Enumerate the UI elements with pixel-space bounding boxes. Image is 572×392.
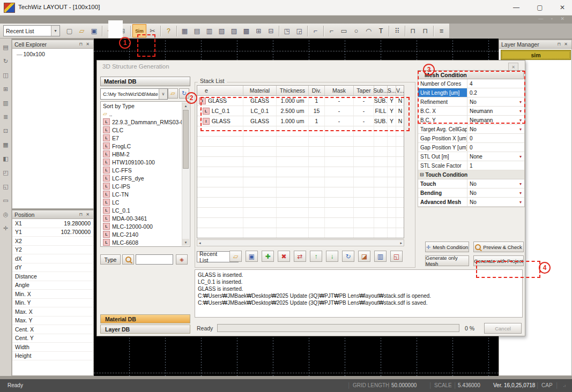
mesh-row-gap-position-x-um-[interactable]: Gap Position X [um]0 <box>418 134 524 143</box>
stack-col-header[interactable]: V... <box>396 86 404 95</box>
material-item[interactable]: L22.9.3_Dammann_RMS03-0... <box>101 118 190 126</box>
layers-icon[interactable]: ≣ <box>1 111 11 123</box>
port-in-icon[interactable]: ⊓ <box>407 25 419 37</box>
scroll-down-icon[interactable]: ▼ <box>182 239 189 246</box>
pin-icon[interactable]: ⊓ <box>555 42 562 47</box>
array-5-icon[interactable]: ▨ <box>228 25 240 37</box>
mdi-window-controls[interactable]: — ▫ ✕ <box>538 16 568 21</box>
mesh-value[interactable]: No <box>467 198 517 206</box>
material-item[interactable]: LFrogLC <box>101 142 190 150</box>
material-list-scrollbar[interactable]: ▲ ▼ <box>182 102 189 246</box>
delete-layer-icon[interactable]: ✖ <box>278 251 290 262</box>
mesh-value[interactable]: No <box>467 125 517 133</box>
rectangle-icon[interactable]: ▭ <box>338 25 350 37</box>
array-7-icon[interactable]: ⊞ <box>252 25 265 37</box>
array-2-icon[interactable]: ▤ <box>191 25 203 37</box>
text-icon[interactable]: T <box>375 25 387 37</box>
mesh-row-advanced-mesh[interactable]: Advanced MeshNo▾ <box>418 198 524 207</box>
mesh-row-stl-out-m-[interactable]: STL Out [m]None▾ <box>418 152 524 161</box>
move-up-icon[interactable]: ↑ <box>310 251 322 262</box>
material-path-combo[interactable]: C:\My TechWiz\DB\Mate ∨ <box>100 88 168 100</box>
material-item[interactable]: LLC-FFS <box>101 166 190 174</box>
material-item[interactable]: LLC-TN <box>101 190 190 198</box>
zoom-region-icon[interactable]: ◎ <box>1 209 11 220</box>
mesh-value[interactable]: No <box>467 179 517 188</box>
layer-sim-button[interactable]: sim <box>501 50 571 60</box>
array-3-icon[interactable]: ▥ <box>203 25 216 37</box>
dropdown-arrow-icon[interactable]: ▾ <box>517 189 524 197</box>
grid-icon[interactable]: ▦ <box>1 139 11 150</box>
material-sort-header[interactable]: Sort by Type <box>101 102 190 110</box>
type-filter-button[interactable]: Type <box>100 254 121 265</box>
dropdown-arrow-icon[interactable]: ▾ <box>517 152 524 161</box>
material-item[interactable]: LCLC <box>101 126 190 134</box>
dropdown-arrow-icon[interactable]: ▾ <box>517 179 524 188</box>
array-move-icon[interactable]: ◲ <box>293 25 306 37</box>
workspace-icon[interactable]: ▤ <box>1 42 11 53</box>
close-button[interactable]: ✕ <box>554 2 570 13</box>
arc-icon[interactable]: ◠ <box>362 25 375 37</box>
mesh-row-gap-position-y-um-[interactable]: Gap Position Y [um]0 <box>418 143 524 152</box>
material-item[interactable]: LMDA-00-3461 <box>101 214 190 222</box>
mesh-value[interactable]: None <box>467 152 517 161</box>
preview-check-button[interactable]: Preview & Check <box>473 242 524 252</box>
material-item[interactable]: LMLC-12000-000 <box>101 222 190 230</box>
mesh-value[interactable]: No <box>467 189 517 197</box>
material-item[interactable]: LHBM-2 <box>101 150 190 158</box>
mesh-row-target-avg-cellgap[interactable]: Target Avg. CellGapNo▾ <box>418 125 524 134</box>
stack-table-hscrollbar[interactable]: ◂ ▸ <box>197 239 404 246</box>
material-item[interactable]: LLC_0.1 <box>101 206 190 214</box>
mesh-value[interactable]: 0 <box>467 134 517 142</box>
stack-col-header[interactable]: Div. <box>309 86 325 95</box>
move-down-icon[interactable]: ↓ <box>326 251 338 262</box>
tab-material-db[interactable]: Material DB <box>100 314 190 323</box>
material-filter-input[interactable] <box>136 254 173 265</box>
reload-icon[interactable]: ↻ <box>342 251 354 262</box>
ungroup-icon[interactable]: ◱ <box>1 181 11 192</box>
save-stack-icon[interactable]: ▣ <box>246 251 258 262</box>
swap-layer-icon[interactable]: ⇄ <box>294 251 306 262</box>
dots-array-icon[interactable]: ⠿ <box>391 25 403 37</box>
minimize-button[interactable]: — <box>508 2 524 13</box>
group-icon[interactable]: ◰ <box>1 167 11 178</box>
material-item[interactable]: LE7 <box>101 134 190 142</box>
material-up-item[interactable]: ▱.. <box>101 110 190 118</box>
save-icon[interactable]: ▣ <box>88 25 100 37</box>
array-6-icon[interactable]: ▩ <box>240 25 252 37</box>
material-item[interactable]: LLC <box>101 198 190 206</box>
measure-icon[interactable]: ✛ <box>1 223 11 234</box>
mesh-value[interactable]: 0 <box>467 143 517 152</box>
polyline-icon[interactable]: ⌐ <box>325 25 338 37</box>
array-copy-icon[interactable]: ◳ <box>281 25 293 37</box>
close-panel-icon[interactable]: ✕ <box>84 212 91 217</box>
array-4-icon[interactable]: ▧ <box>216 25 228 37</box>
scroll-right-icon[interactable]: ▸ <box>398 241 404 245</box>
port-out-icon[interactable]: ⊓ <box>419 25 432 37</box>
stack-col-header[interactable]: Thickness <box>277 86 309 95</box>
generate-only-mesh-button[interactable]: Generate only Mesh <box>425 255 469 266</box>
pin-icon[interactable]: ⊓ <box>77 212 84 217</box>
stack-col-header[interactable]: Sub... <box>374 86 388 95</box>
stack-col-header[interactable]: e <box>197 86 243 95</box>
new-file-icon[interactable]: ▢ <box>63 25 76 37</box>
material-item[interactable]: LHTW109100-100 <box>101 158 190 166</box>
tab-layer-db[interactable]: Layer DB <box>100 325 190 334</box>
add-layer-icon[interactable]: ✚ <box>262 251 274 262</box>
maximize-button[interactable]: ▢ <box>532 2 548 13</box>
align-icon[interactable]: ◧ <box>1 153 11 164</box>
edit-stack-icon[interactable]: ◪ <box>358 251 370 262</box>
search-material-button[interactable] <box>122 254 134 265</box>
open-folder-icon[interactable]: ▱ <box>168 88 178 99</box>
dropdown-arrow-icon[interactable]: ▾ <box>517 198 524 206</box>
layer-chart-icon[interactable]: ▥ <box>374 251 387 262</box>
scrollbar-thumb[interactable] <box>183 110 189 169</box>
mesh-row-stl-scale-factor[interactable]: STL Scale Factor1 <box>418 161 524 170</box>
ruler-icon[interactable]: ▥ <box>1 97 11 109</box>
cell-tree-item[interactable]: — 100x100 <box>12 49 93 57</box>
array-icon[interactable]: ⊞ <box>1 84 11 95</box>
material-item[interactable]: LLC-IPS <box>101 182 190 190</box>
export-stack-icon[interactable]: ◱ <box>390 251 403 262</box>
open-stack-icon[interactable]: ▱ <box>229 251 242 262</box>
mesh-row-bending[interactable]: BendingNo▾ <box>418 189 524 198</box>
stack-col-header[interactable]: Mask <box>325 86 354 95</box>
